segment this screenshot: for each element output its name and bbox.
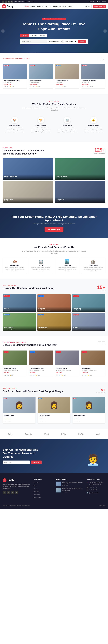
footer-link-blog[interactable]: Blog <box>34 485 36 486</box>
footer-copyright: Copyright 2022 By Sniffy | Powered By Te… <box>3 505 30 506</box>
footer-news-content: When Could You Buy A New Home For Your F… <box>62 482 83 486</box>
neighborhood-card[interactable]: Properties Miami Beach Florida, USA <box>37 313 71 331</box>
property-card-image: For Sale <box>29 64 53 79</box>
neighborhood-card[interactable]: Residential Sydney Sydney, Australia <box>72 313 105 331</box>
nav-about[interactable]: About Us <box>37 6 43 7</box>
agent-name: Martina Capril <box>4 414 34 416</box>
logo[interactable]: Sniffy <box>2 4 14 8</box>
project-card[interactable]: Elegant Villa Canada <box>3 181 53 203</box>
nav-services[interactable]: Services <box>45 6 51 7</box>
footer-news-image <box>56 482 61 486</box>
property-type-select[interactable]: Select Properties Apartment Villa House <box>48 40 63 43</box>
agents-grid: 👩 Hot Martina Capril Real Estate Agent ★… <box>3 397 105 424</box>
nav-properties[interactable]: Properties <box>53 6 61 7</box>
nav-blog[interactable]: Blog <box>62 6 66 7</box>
signin-link[interactable]: Sign In <box>96 1 100 2</box>
footer-tagline: Tagline Sniffy <box>99 505 105 506</box>
listing-baths: 🚿 3 <box>59 375 61 376</box>
best-service-desc: Lorem ipsum dolor sit amet consectetur a… <box>83 267 103 272</box>
agents-label: Meet Our Agents <box>3 388 63 389</box>
search-input[interactable] <box>22 40 47 43</box>
account-button[interactable]: Account <box>84 5 91 8</box>
footer-instagram-icon[interactable]: ig <box>15 491 18 494</box>
hero-section: ‹ Find Properties For Your Dream Home Ho… <box>0 10 108 52</box>
property-price: $1,800/Mo <box>56 84 78 86</box>
property-card-body: Modern Apartment Los Angeles, CA $3,200/… <box>29 79 53 88</box>
listing-beds: 🛏 3 <box>4 375 6 376</box>
footer-desc: Lorem ipsum dolor sit amet consectetur a… <box>3 484 31 490</box>
neighborhood-count: Polo Grounds Spa CA <box>4 328 35 330</box>
apartment-icon: 🏢 <box>31 259 51 264</box>
footer-link-how[interactable]: How It Works <box>34 497 41 498</box>
hero-prev-arrow[interactable]: ‹ <box>1 30 5 32</box>
register-link[interactable]: Register <box>89 1 94 2</box>
service-item: 🏗️ Expert Brokers Lorem ipsum dolor sit … <box>29 114 53 135</box>
project-location: New York, USA <box>4 177 52 179</box>
footer-facebook-icon[interactable]: f <box>3 491 6 494</box>
footer-link-services[interactable]: Services <box>34 488 39 490</box>
project-card[interactable]: Villa And Resort Australia <box>55 158 105 180</box>
footer-email-item: ✉️ [email protected] <box>87 492 105 494</box>
google-icon[interactable]: g <box>11 0 13 3</box>
partner-solit: Solit <box>8 433 12 435</box>
nav-right: Account + New Properties <box>84 5 106 8</box>
listing-body: For Sell And Rent Cascade Blocks Villa 8… <box>29 365 53 377</box>
neighborhood-header-left: Real Properties Browse Our Neighborhood … <box>3 284 54 291</box>
nav-home[interactable]: Home <box>25 5 29 8</box>
baths-feature: 🚿 2 <box>7 86 9 87</box>
agents-counter-number: 5+ <box>96 388 105 392</box>
cta-button[interactable]: Get Free Expert + <box>45 227 63 232</box>
footer-bottom: Copyright 2022 By Sniffy | Powered By Te… <box>3 503 105 506</box>
hero-next-arrow[interactable]: › <box>103 30 107 32</box>
linkedin-icon[interactable]: in <box>8 0 10 3</box>
nav-contact[interactable]: Contact <box>68 6 73 7</box>
subscribe-button[interactable]: Subscribe <box>31 460 42 464</box>
footer: Sniffy Lorem ipsum dolor sit amet consec… <box>0 473 108 509</box>
footer-logo-icon <box>3 478 7 482</box>
neighborhood-overlay: Sydney Sydney, Australia <box>72 326 105 331</box>
service-item: 🏢 Rent A Home Lorem ipsum dolor sit amet… <box>55 114 79 135</box>
area-feature: 📐 2200 <box>89 86 93 87</box>
language-link[interactable]: English <box>101 1 106 2</box>
newsletter-email-input[interactable] <box>3 460 30 464</box>
search-button[interactable]: Search <box>78 40 86 43</box>
property-location: Houston, TX <box>82 82 104 83</box>
agents-section: Meet Our Agents Our Expert Team Will Giv… <box>0 382 108 429</box>
phone2-icon: 📞 <box>87 489 88 491</box>
cta-subtitle: Lorem ipsum dolor sit amet consectetur a… <box>3 223 105 224</box>
hero-tab-rent[interactable]: For Rent <box>29 34 39 37</box>
footer-news-title: How To Find The Perfect Location For You… <box>62 488 83 491</box>
neighborhood-card[interactable]: Residential Hong Kong Kowloon, China <box>72 294 105 312</box>
agent-role: Real Estate Agent <box>4 416 34 418</box>
neighborhood-card[interactable]: Properties Bangkok Samutprakarn, Thailan… <box>37 294 71 312</box>
location-select[interactable]: Select Location New York Los Angeles <box>63 40 77 43</box>
projects-section: What We Do Our Recent Projects On Real E… <box>0 142 108 208</box>
listing-card: For Sell For Sell And Rent Saj Harbor Co… <box>3 350 27 377</box>
listing-prev[interactable]: ‹ <box>98 342 101 345</box>
footer-link-about[interactable]: About Us <box>34 482 39 484</box>
twitter-icon[interactable]: t <box>5 0 7 3</box>
recommended-prev[interactable]: ‹ <box>98 58 101 61</box>
footer-link-contact[interactable]: Contact Us <box>34 494 40 496</box>
recommended-next[interactable]: › <box>102 58 105 61</box>
neighborhood-card[interactable]: Properties Palm Springs Polo Grounds Spa… <box>3 313 36 331</box>
neighborhood-name: Sydney <box>73 327 104 328</box>
new-property-button[interactable]: + New Properties <box>93 5 106 8</box>
nav-pages[interactable]: Pages <box>31 6 35 7</box>
project-card[interactable]: City Center New Zealand <box>55 181 105 203</box>
project-card[interactable]: Modern Apartment New York, USA <box>3 158 53 180</box>
recommended-section: Recommended Apartment For You ‹ › For Re… <box>0 52 108 94</box>
footer-link-properties[interactable]: Properties <box>34 491 39 492</box>
listing-next[interactable]: › <box>102 342 105 345</box>
agent-role: Property Consultant <box>39 416 69 418</box>
property-features: 🛏 2 🚿 1 📐 850 <box>56 86 78 87</box>
footer-linkedin-icon[interactable]: in <box>11 491 14 494</box>
listing-beds: 🛏 2 <box>82 375 84 376</box>
footer-twitter-icon[interactable]: t <box>7 491 10 494</box>
agents-counter: 5+ Registered Agents <box>96 388 105 394</box>
neighborhood-card[interactable]: Apartments Wroclaw Lower Silesian <box>3 294 36 312</box>
hero-tab-buy[interactable]: For Buy <box>20 34 29 37</box>
hero-badge: Find Properties For Your Dream Home <box>42 18 66 20</box>
facebook-icon[interactable]: f <box>2 0 4 3</box>
hero-tab-sell[interactable]: For Sell <box>39 34 47 37</box>
